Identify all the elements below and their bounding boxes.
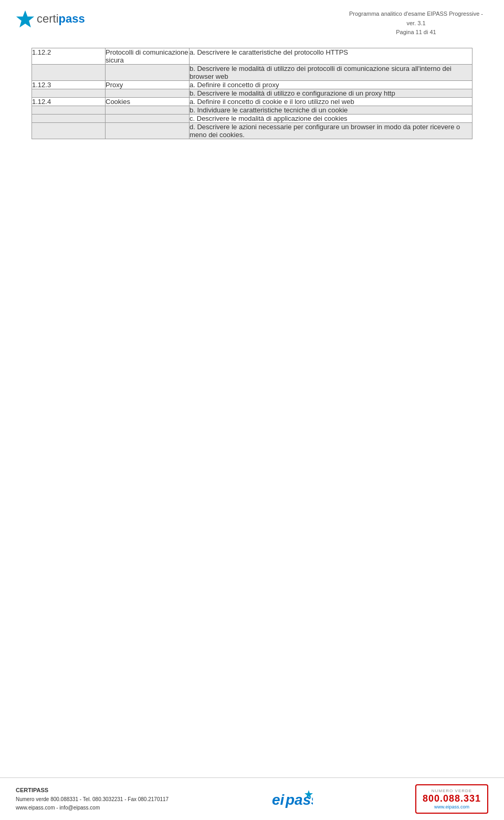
row-title: Proxy: [106, 80, 190, 89]
row-title: [106, 64, 190, 80]
row-number: [32, 64, 106, 80]
row-title: [106, 122, 190, 139]
item-letter: b.: [190, 65, 195, 72]
doc-title: Programma analitico d'esame EIPASS Progr…: [349, 9, 483, 19]
row-content: a. Descrivere le caratteristiche del pro…: [190, 48, 472, 64]
row-number: 1.12.3: [32, 80, 106, 89]
footer-right: NUMERO VERDE 800.088.331 www.eipass.com: [415, 784, 488, 814]
table-row: 1.12.3Proxya. Definire il concetto di pr…: [32, 80, 472, 89]
item-letter: b.: [190, 106, 195, 114]
row-number: 1.12.2: [32, 48, 106, 64]
row-number: [32, 114, 106, 122]
svg-marker-0: [16, 11, 34, 27]
row-title: [106, 89, 190, 97]
row-content: c. Descrivere le modalità di applicazion…: [190, 114, 472, 122]
table-row: 1.12.2Protocolli di comunicazione sicura…: [32, 48, 472, 64]
row-content: b. Individuare le caratteristiche tecnic…: [190, 106, 472, 114]
header-info: Programma analitico d'esame EIPASS Progr…: [349, 9, 483, 37]
item-letter: a.: [190, 98, 195, 106]
table-row: 1.12.4Cookiesa. Definire il concetto di …: [32, 97, 472, 106]
certipass-star-icon: [16, 9, 35, 28]
doc-page: Pagina 11 di 41: [349, 28, 483, 37]
page-header: certipass Programma analitico d'esame EI…: [0, 0, 504, 43]
item-letter: a.: [190, 48, 195, 56]
item-letter: b.: [190, 89, 195, 97]
main-content: 1.12.2Protocolli di comunicazione sicura…: [0, 43, 504, 155]
page-footer: CERTIPASS Numero verde 800.088331 - Tel.…: [0, 777, 504, 820]
row-number: [32, 89, 106, 97]
footer-center: ei pass: [271, 786, 313, 812]
row-content: d. Descrivere le azioni necessarie per c…: [190, 122, 472, 139]
row-title: [106, 106, 190, 114]
row-number: [32, 122, 106, 139]
table-row: b. Descrivere le modalità di utilizzo e …: [32, 89, 472, 97]
row-title: Cookies: [106, 97, 190, 106]
numero-verde-label: NUMERO VERDE: [423, 788, 481, 793]
footer-line2: www.eipass.com - info@eipass.com: [16, 804, 169, 812]
footer-website: www.eipass.com: [423, 804, 481, 809]
footer-line1: Numero verde 800.088331 - Tel. 080.30322…: [16, 795, 169, 804]
eipass-logo-icon: ei pass: [271, 786, 313, 812]
logo-area: certipass: [16, 9, 85, 28]
row-title: [106, 114, 190, 122]
content-table: 1.12.2Protocolli di comunicazione sicura…: [32, 48, 472, 139]
item-text: Individuare le caratteristiche tecniche …: [197, 106, 348, 114]
row-content: a. Definire il concetto di proxy: [190, 80, 472, 89]
phone-number: 800.088.331: [423, 793, 481, 804]
row-content: b. Descrivere le modalità di utilizzo de…: [190, 64, 472, 80]
row-content: a. Definire il concetto di cookie e il l…: [190, 97, 472, 106]
row-number: [32, 106, 106, 114]
item-text: Descrivere le modalità di utilizzo e con…: [197, 89, 395, 97]
row-number: 1.12.4: [32, 97, 106, 106]
row-content: b. Descrivere le modalità di utilizzo e …: [190, 89, 472, 97]
footer-left: CERTIPASS Numero verde 800.088331 - Tel.…: [16, 786, 169, 812]
item-text: Descrivere le modalità di utilizzo dei p…: [190, 65, 452, 80]
item-letter: a.: [190, 81, 195, 89]
item-text: Descrivere le modalità di applicazione d…: [197, 115, 348, 122]
table-row: d. Descrivere le azioni necessarie per c…: [32, 122, 472, 139]
company-name: CERTIPASS: [16, 786, 169, 795]
item-text: Descrivere le caratteristiche del protoc…: [197, 48, 348, 56]
table-row: c. Descrivere le modalità di applicazion…: [32, 114, 472, 122]
item-text: Definire il concetto di proxy: [197, 81, 279, 89]
item-letter: c.: [190, 115, 195, 122]
row-title: Protocolli di comunicazione sicura: [106, 48, 190, 64]
table-row: b. Individuare le caratteristiche tecnic…: [32, 106, 472, 114]
svg-text:ei: ei: [272, 792, 285, 808]
doc-version: ver. 3.1: [349, 19, 483, 28]
item-letter: d.: [190, 123, 195, 131]
item-text: Descrivere le azioni necessarie per conf…: [190, 123, 460, 139]
table-row: b. Descrivere le modalità di utilizzo de…: [32, 64, 472, 80]
logo-text: certipass: [37, 12, 85, 26]
item-text: Definire il concetto di cookie e il loro…: [197, 98, 354, 106]
